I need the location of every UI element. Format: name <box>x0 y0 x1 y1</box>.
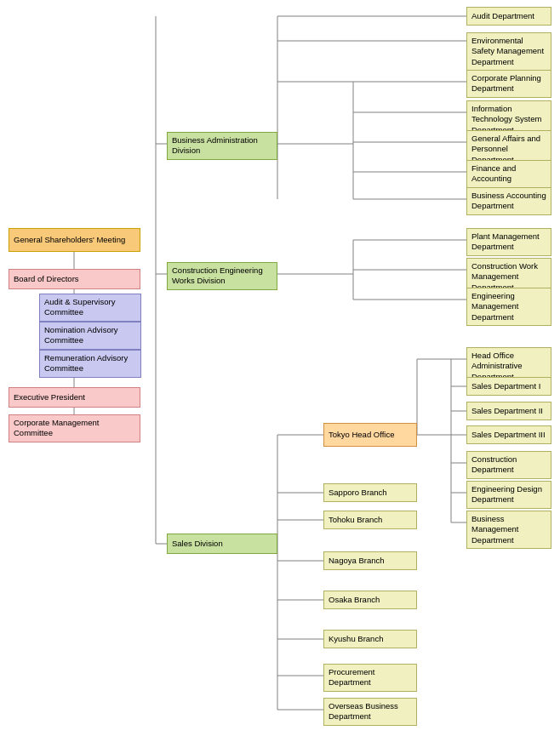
sales-division-node: Sales Division <box>167 534 277 554</box>
corporate-management-node: Corporate Management Committee <box>9 414 140 442</box>
engineering-mgmt-node: Engineering Management Department <box>466 288 551 326</box>
tokyo-head-node: Tokyo Head Office <box>323 423 417 447</box>
remuneration-advisory-label: Remuneration Advisory Committee <box>44 353 136 374</box>
sales-dept1-label: Sales Department I <box>471 381 540 391</box>
business-admin-label: Business Administration Division <box>172 135 272 157</box>
kyushu-node: Kyushu Branch <box>323 630 417 648</box>
sapporo-label: Sapporo Branch <box>329 488 387 498</box>
business-mgmt-node: Business Management Department <box>466 511 551 549</box>
engineering-design-label: Engineering Design Department <box>471 484 546 505</box>
corporate-planning-node: Corporate Planning Department <box>466 70 551 98</box>
business-accounting-label: Business Accounting Department <box>471 191 546 212</box>
org-chart: General Shareholders' MeetingBoard of Di… <box>0 0 560 742</box>
procurement-label: Procurement Department <box>329 667 412 688</box>
construction-dept-label: Construction Department <box>471 454 546 476</box>
osaka-label: Osaka Branch <box>329 595 380 605</box>
business-admin-node: Business Administration Division <box>167 132 277 160</box>
env-safety-label: Environmental Safety Management Departme… <box>471 36 546 67</box>
audit-dept-label: Audit Department <box>471 11 534 21</box>
engineering-design-node: Engineering Design Department <box>466 481 551 509</box>
plant-mgmt-label: Plant Management Department <box>471 231 546 253</box>
general-shareholders-label: General Shareholders' Meeting <box>14 235 125 245</box>
corporate-management-label: Corporate Management Committee <box>14 418 135 439</box>
sales-dept3-node: Sales Department III <box>466 425 551 444</box>
overseas-label: Overseas Business Department <box>329 701 412 722</box>
plant-mgmt-node: Plant Management Department <box>466 228 551 256</box>
board-of-directors-label: Board of Directors <box>14 274 79 284</box>
engineering-mgmt-label: Engineering Management Department <box>471 291 546 322</box>
tokyo-head-label: Tokyo Head Office <box>329 430 394 440</box>
audit-supervisory-node: Audit & Supervisory Committee <box>39 294 141 322</box>
board-of-directors-node: Board of Directors <box>9 269 140 289</box>
kyushu-label: Kyushu Branch <box>329 634 383 644</box>
sales-dept3-label: Sales Department III <box>471 430 546 440</box>
nomination-advisory-node: Nomination Advisory Committee <box>39 322 141 350</box>
construction-dept-node: Construction Department <box>466 451 551 479</box>
sales-division-label: Sales Division <box>172 539 223 549</box>
business-accounting-node: Business Accounting Department <box>466 187 551 215</box>
construction-engineering-label: Construction Engineering Works Division <box>172 265 272 287</box>
sales-dept2-label: Sales Department II <box>471 406 543 416</box>
nagoya-node: Nagoya Branch <box>323 551 417 570</box>
sales-dept2-node: Sales Department II <box>466 402 551 420</box>
overseas-node: Overseas Business Department <box>323 698 417 726</box>
nagoya-label: Nagoya Branch <box>329 556 384 566</box>
sales-dept1-node: Sales Department I <box>466 377 551 396</box>
osaka-node: Osaka Branch <box>323 591 417 609</box>
tohoku-node: Tohoku Branch <box>323 511 417 529</box>
executive-president-node: Executive President <box>9 387 140 408</box>
corporate-planning-label: Corporate Planning Department <box>471 73 546 94</box>
sapporo-node: Sapporo Branch <box>323 483 417 502</box>
nomination-advisory-label: Nomination Advisory Committee <box>44 325 136 346</box>
executive-president-label: Executive President <box>14 392 85 402</box>
remuneration-advisory-node: Remuneration Advisory Committee <box>39 350 141 378</box>
general-shareholders-node: General Shareholders' Meeting <box>9 228 140 252</box>
audit-supervisory-label: Audit & Supervisory Committee <box>44 297 136 318</box>
business-mgmt-label: Business Management Department <box>471 514 546 545</box>
env-safety-node: Environmental Safety Management Departme… <box>466 32 551 71</box>
procurement-node: Procurement Department <box>323 664 417 692</box>
audit-dept-node: Audit Department <box>466 7 551 26</box>
tohoku-label: Tohoku Branch <box>329 515 382 525</box>
construction-engineering-node: Construction Engineering Works Division <box>167 262 277 290</box>
